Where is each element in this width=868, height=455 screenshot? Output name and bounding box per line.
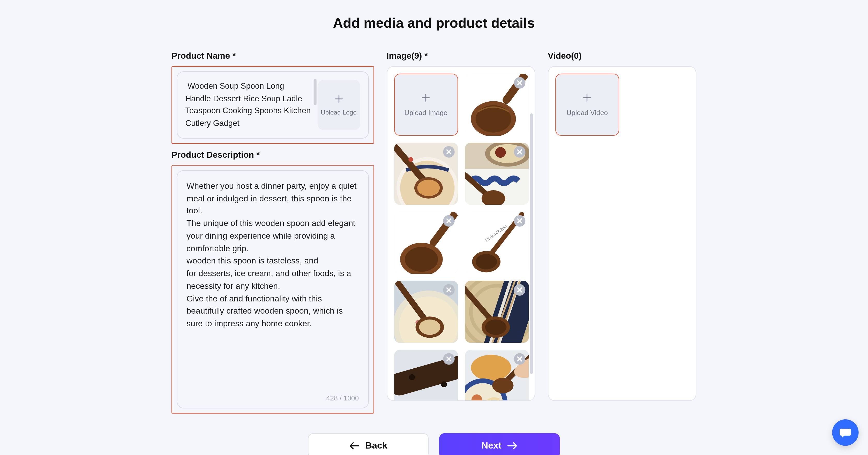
plus-icon (334, 94, 344, 104)
svg-point-42 (409, 375, 414, 380)
image-thumb[interactable] (394, 143, 458, 205)
svg-point-43 (441, 381, 447, 387)
svg-point-2 (475, 105, 511, 132)
svg-point-49 (492, 378, 513, 393)
plus-icon (421, 93, 431, 103)
upload-image-label: Upload Image (404, 109, 447, 117)
remove-image-button[interactable] (443, 215, 455, 227)
image-thumb[interactable]: 18.5cm/7.28in (465, 212, 529, 274)
close-icon (517, 80, 523, 86)
image-thumb[interactable] (394, 281, 458, 343)
remove-image-button[interactable] (514, 353, 525, 365)
close-icon (446, 356, 452, 362)
product-name-box: Wooden Soup Spoon Long Handle Dessert Ri… (177, 71, 369, 138)
image-thumb[interactable] (465, 143, 529, 205)
image-thumb[interactable] (394, 350, 458, 401)
upload-video-label: Upload Video (566, 109, 608, 117)
next-button-label: Next (482, 441, 501, 451)
page-title: Add media and product details (0, 0, 868, 31)
remove-image-button[interactable] (514, 146, 525, 158)
remove-image-button[interactable] (514, 215, 525, 227)
description-counter: 428 / 1000 (326, 394, 359, 402)
image-panel-scrollbar[interactable] (530, 113, 533, 374)
upload-logo-button[interactable]: Upload Logo (317, 80, 360, 130)
product-name-label: Product Name * (172, 51, 374, 61)
svg-point-7 (417, 180, 439, 196)
product-name-highlight: Wooden Soup Spoon Long Handle Dessert Ri… (172, 66, 374, 144)
svg-point-22 (475, 254, 497, 269)
remove-image-button[interactable] (443, 146, 455, 158)
product-description-input[interactable]: Whether you host a dinner party, enjoy a… (186, 180, 359, 330)
footer-actions: Back Next (0, 433, 868, 455)
remove-image-button[interactable] (514, 284, 525, 296)
close-icon (446, 149, 452, 155)
back-button-label: Back (366, 441, 388, 451)
product-name-scrollbar[interactable] (313, 79, 316, 105)
product-description-label: Product Description * (172, 150, 374, 159)
svg-point-8 (408, 157, 413, 162)
close-icon (517, 149, 523, 155)
upload-logo-label: Upload Logo (321, 109, 356, 116)
remove-image-button[interactable] (443, 353, 455, 365)
close-icon (517, 287, 523, 293)
svg-point-13 (495, 147, 506, 158)
svg-point-45 (471, 355, 511, 381)
close-icon (446, 287, 452, 293)
svg-point-39 (485, 320, 506, 335)
image-section-label: Image(9) * (386, 51, 535, 61)
image-thumb[interactable] (394, 212, 458, 274)
video-grid: Upload Video (555, 74, 690, 136)
image-grid: Upload Image (394, 74, 529, 401)
remove-image-button[interactable] (514, 77, 525, 89)
product-name-input[interactable]: Wooden Soup Spoon Long Handle Dessert Ri… (185, 80, 312, 130)
arrow-left-icon (349, 442, 360, 450)
next-button[interactable]: Next (439, 433, 560, 455)
image-thumb[interactable] (465, 281, 529, 343)
video-panel: Upload Video (548, 66, 696, 401)
close-icon (517, 356, 523, 362)
svg-point-18 (404, 247, 438, 272)
close-icon (517, 218, 523, 224)
svg-point-29 (419, 320, 440, 335)
chat-icon (838, 425, 852, 439)
remove-image-button[interactable] (443, 284, 455, 296)
back-button[interactable]: Back (308, 433, 429, 455)
image-thumb[interactable] (465, 350, 529, 401)
plus-icon (582, 93, 592, 103)
image-thumb[interactable] (465, 74, 529, 136)
upload-image-button[interactable]: Upload Image (394, 74, 458, 136)
upload-video-button[interactable]: Upload Video (555, 74, 619, 136)
close-icon (446, 218, 452, 224)
arrow-right-icon (507, 442, 518, 450)
product-description-highlight: Whether you host a dinner party, enjoy a… (172, 165, 374, 413)
image-panel: Upload Image (386, 66, 535, 401)
product-description-box: Whether you host a dinner party, enjoy a… (177, 170, 369, 408)
video-section-label: Video(0) (548, 51, 696, 61)
chat-launcher-button[interactable] (832, 419, 859, 446)
